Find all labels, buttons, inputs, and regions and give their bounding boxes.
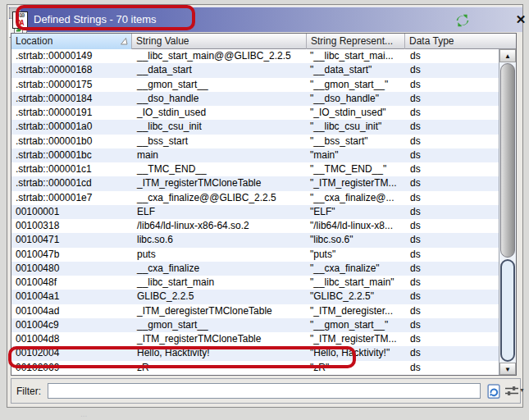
table-row[interactable]: 001004c9__gmon_start__"__gmon_start__"ds [11, 318, 499, 332]
table-row[interactable]: .strtab::000001c1__TMC_END__"__TMC_END__… [11, 162, 499, 176]
scroll-down-icon[interactable]: ▼ [499, 363, 516, 375]
table-cell: "__libc_start_main" [307, 276, 405, 290]
strings-table: Location String Value String Represent..… [11, 33, 517, 376]
table-row[interactable]: .strtab::000001a0__libc_csu_init"__libc_… [11, 120, 499, 134]
table-cell: __libc_csu_init [132, 120, 307, 134]
table-row[interactable]: 0010048f__libc_start_main"__libc_start_m… [11, 276, 499, 290]
table-cell: .strtab::000001cd [11, 176, 132, 190]
table-cell: ds [405, 346, 499, 360]
table-row[interactable]: 001004a1GLIBC_2.2.5"GLIBC_2.2.5"ds [11, 290, 499, 304]
table-cell: 00100471 [11, 233, 132, 247]
table-row[interactable]: 0010047bputs"puts"ds [11, 248, 499, 262]
table-row[interactable]: 00100471libc.so.6"libc.so.6"ds [11, 233, 499, 247]
table-cell: ds [405, 219, 499, 233]
table-cell: ds [405, 290, 499, 304]
table-cell: .strtab::000001c1 [11, 162, 132, 176]
close-icon[interactable]: ✕ [514, 12, 527, 27]
table-cell: main [132, 148, 307, 162]
table-cell: ds [405, 162, 499, 176]
table-cell: __libc_start_main@@GLIBC_2.2.5 [132, 49, 307, 63]
icon-text-bottom: DA [13, 20, 27, 27]
table-cell: "_IO_stdin_used" [307, 106, 405, 120]
defined-data-icon: 010 DA [12, 11, 28, 29]
table-cell: .strtab::000001e7 [11, 191, 132, 205]
table-cell: __TMC_END__ [132, 162, 307, 176]
table-row[interactable]: .strtab::000001b0__bss_start"__bss_start… [11, 135, 499, 148]
table-cell: "_ITM_registerTM... [307, 332, 405, 346]
scrollbar-thumb[interactable] [500, 63, 515, 258]
table-cell: ds [405, 92, 499, 106]
table-cell: __gmon_start__ [132, 318, 307, 332]
column-header-label: Location [16, 35, 52, 47]
table-cell: ds [405, 276, 499, 290]
icon-text-top: 010 [13, 12, 27, 20]
clipped-page-text: ... [80, 409, 87, 418]
table-cell: "__TMC_END__" [307, 162, 405, 176]
scroll-up-icon[interactable]: ▲ [499, 49, 516, 62]
table-cell: ds [405, 318, 499, 332]
column-header-string-value[interactable]: String Value [132, 34, 307, 49]
table-cell: "__bss_start" [307, 135, 405, 148]
table-header-row: Location String Value String Represent..… [11, 34, 516, 49]
table-row[interactable]: 001004ad_ITM_deregisterTMCloneTable"_ITM… [11, 304, 499, 318]
filter-options-icon[interactable] [504, 385, 520, 398]
table-row[interactable]: .strtab::00000168__data_start"__data_sta… [11, 63, 499, 77]
column-header-string-representation[interactable]: String Represent... [307, 34, 405, 49]
table-row[interactable]: .strtab::00000149__libc_start_main@@GLIB… [11, 49, 499, 63]
table-cell: 0010047b [11, 248, 132, 262]
table-cell: "__dso_handle" [307, 92, 405, 106]
table-cell: ds [405, 262, 499, 276]
table-cell: .strtab::00000168 [11, 63, 132, 77]
table-cell: 001004c9 [11, 318, 132, 332]
refresh-icon[interactable] [455, 13, 470, 28]
column-header-data-type[interactable]: Data Type [405, 34, 516, 49]
table-cell: 00100480 [11, 262, 132, 276]
chevron-down-icon[interactable]: ▼ [519, 387, 525, 393]
table-row[interactable]: 00100480__cxa_finalize"__cxa_finalize"ds [11, 262, 499, 276]
table-row[interactable]: .strtab::00000175__gmon_start__"__gmon_s… [11, 78, 499, 92]
vertical-scrollbar[interactable]: ▲ ▼ [499, 49, 516, 375]
table-cell: _ITM_deregisterTMCloneTable [132, 304, 307, 318]
table-cell: __cxa_finalize [132, 262, 307, 276]
table-row[interactable]: 00102069zR"zR"ds [11, 361, 499, 375]
table-cell: .strtab::00000149 [11, 49, 132, 63]
table-row[interactable]: .strtab::00000184__dso_handle"__dso_hand… [11, 92, 499, 106]
table-row[interactable]: .strtab::000001bcmain"main"ds [11, 148, 499, 162]
table-row[interactable]: .strtab::000001e7__cxa_finalize@@GLIBC_2… [11, 191, 499, 205]
table-cell: ds [405, 191, 499, 205]
table-cell: __cxa_finalize@@GLIBC_2.2.5 [132, 191, 307, 205]
table-cell: __gmon_start__ [132, 78, 307, 92]
table-row[interactable]: 00102004Hello, Hacktivity!"Hello, Hackti… [11, 346, 499, 360]
clear-filter-icon[interactable] [486, 383, 502, 399]
table-cell: _IO_stdin_used [132, 106, 307, 120]
table-row[interactable]: 00100001ELF"ELF"ds [11, 205, 499, 219]
column-header-location[interactable]: Location [11, 34, 132, 49]
column-header-label: Data Type [409, 35, 454, 47]
defined-strings-window: 010 DA Defined Strings - 70 items ✕ [7, 4, 523, 408]
table-cell: _ITM_registerTMCloneTable [132, 176, 307, 190]
table-cell: __dso_handle [132, 92, 307, 106]
table-cell: ds [405, 135, 499, 148]
table-row[interactable]: .strtab::00000191_IO_stdin_used"_IO_stdi… [11, 106, 499, 120]
table-cell: "__cxa_finalize@... [307, 191, 405, 205]
table-cell: "__cxa_finalize" [307, 262, 405, 276]
table-cell: _ITM_registerTMCloneTable [132, 332, 307, 346]
table-row[interactable]: 001004d8_ITM_registerTMCloneTable"_ITM_r… [11, 332, 499, 346]
table-row[interactable]: 00100318/lib64/ld-linux-x86-64.so.2"/lib… [11, 219, 499, 233]
table-cell: 00100001 [11, 205, 132, 219]
filter-input[interactable] [48, 383, 481, 399]
screenshot-root: 010 DA Defined Strings - 70 items ✕ [0, 0, 529, 420]
table-cell: /lib64/ld-linux-x86-64.so.2 [132, 219, 307, 233]
table-row[interactable]: .strtab::000001cd_ITM_registerTMCloneTab… [11, 176, 499, 190]
table-cell: ds [405, 248, 499, 262]
table-cell: ds [405, 49, 499, 63]
window-titlebar[interactable]: 010 DA Defined Strings - 70 items ✕ [9, 7, 522, 32]
table-cell: .strtab::000001b0 [11, 135, 132, 148]
table-cell: __libc_start_main [132, 276, 307, 290]
scrollbar-track-zone[interactable] [500, 259, 515, 362]
table-cell: 00102069 [11, 361, 132, 375]
table-cell: __data_start [132, 63, 307, 77]
table-cell: zR [132, 361, 307, 375]
table-cell: ds [405, 361, 499, 375]
table-cell: puts [132, 248, 307, 262]
